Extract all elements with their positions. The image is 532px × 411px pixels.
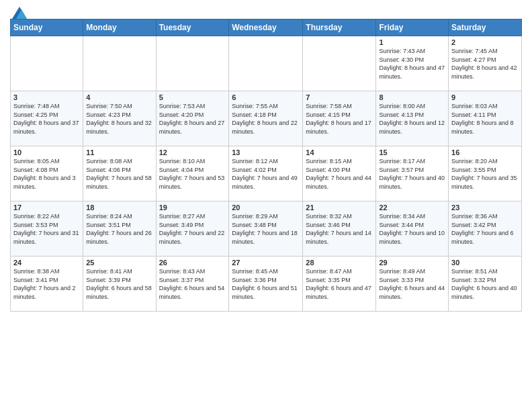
- calendar-cell: [229, 36, 303, 91]
- header: [10, 7, 522, 16]
- calendar-cell: 20Sunrise: 8:29 AMSunset: 3:48 PMDayligh…: [229, 201, 303, 257]
- weekday-header-row: SundayMondayTuesdayWednesdayThursdayFrid…: [11, 19, 522, 36]
- weekday-header-saturday: Saturday: [449, 19, 522, 36]
- calendar-week-4: 17Sunrise: 8:22 AMSunset: 3:53 PMDayligh…: [11, 201, 522, 257]
- day-info: Sunrise: 8:08 AMSunset: 4:06 PMDaylight:…: [86, 157, 152, 191]
- weekday-header-tuesday: Tuesday: [156, 19, 229, 36]
- day-info: Sunrise: 7:50 AMSunset: 4:23 PMDaylight:…: [86, 102, 152, 136]
- day-number: 2: [451, 38, 519, 46]
- day-info: Sunrise: 8:20 AMSunset: 3:55 PMDaylight:…: [451, 157, 519, 191]
- day-info: Sunrise: 8:36 AMSunset: 3:42 PMDaylight:…: [451, 212, 519, 246]
- day-number: 28: [306, 259, 373, 267]
- calendar-week-1: 1Sunrise: 7:43 AMSunset: 4:30 PMDaylight…: [11, 36, 522, 91]
- day-info: Sunrise: 8:34 AMSunset: 3:44 PMDaylight:…: [379, 212, 445, 246]
- calendar-cell: 15Sunrise: 8:17 AMSunset: 3:57 PMDayligh…: [376, 146, 449, 201]
- calendar-cell: [303, 36, 376, 91]
- day-number: 1: [379, 38, 445, 46]
- calendar-cell: 29Sunrise: 8:49 AMSunset: 3:33 PMDayligh…: [376, 257, 449, 312]
- day-info: Sunrise: 7:48 AMSunset: 4:25 PMDaylight:…: [13, 102, 80, 136]
- calendar-cell: 30Sunrise: 8:51 AMSunset: 3:32 PMDayligh…: [449, 257, 522, 312]
- day-number: 22: [379, 203, 445, 212]
- day-info: Sunrise: 8:24 AMSunset: 3:51 PMDaylight:…: [86, 212, 152, 246]
- calendar-cell: 25Sunrise: 8:41 AMSunset: 3:39 PMDayligh…: [83, 257, 156, 312]
- day-info: Sunrise: 8:49 AMSunset: 3:33 PMDaylight:…: [379, 267, 445, 301]
- day-number: 12: [159, 148, 226, 156]
- calendar-cell: 28Sunrise: 8:47 AMSunset: 3:35 PMDayligh…: [303, 257, 376, 312]
- calendar-cell: 11Sunrise: 8:08 AMSunset: 4:06 PMDayligh…: [83, 146, 156, 201]
- calendar-cell: 13Sunrise: 8:12 AMSunset: 4:02 PMDayligh…: [229, 146, 303, 201]
- day-info: Sunrise: 8:43 AMSunset: 3:37 PMDaylight:…: [159, 267, 226, 301]
- day-number: 4: [86, 93, 152, 101]
- calendar-cell: 27Sunrise: 8:45 AMSunset: 3:36 PMDayligh…: [229, 257, 303, 312]
- calendar-cell: 7Sunrise: 7:58 AMSunset: 4:15 PMDaylight…: [303, 91, 376, 146]
- day-info: Sunrise: 8:29 AMSunset: 3:48 PMDaylight:…: [232, 212, 300, 246]
- calendar-cell: 9Sunrise: 8:03 AMSunset: 4:11 PMDaylight…: [449, 91, 522, 146]
- calendar-week-2: 3Sunrise: 7:48 AMSunset: 4:25 PMDaylight…: [11, 91, 522, 146]
- weekday-header-wednesday: Wednesday: [229, 19, 303, 36]
- day-info: Sunrise: 8:51 AMSunset: 3:32 PMDaylight:…: [451, 267, 519, 301]
- calendar-cell: 8Sunrise: 8:00 AMSunset: 4:13 PMDaylight…: [376, 91, 449, 146]
- calendar-cell: 1Sunrise: 7:43 AMSunset: 4:30 PMDaylight…: [376, 36, 449, 91]
- calendar-cell: 18Sunrise: 8:24 AMSunset: 3:51 PMDayligh…: [83, 201, 156, 257]
- day-info: Sunrise: 7:43 AMSunset: 4:30 PMDaylight:…: [379, 47, 445, 81]
- day-number: 18: [86, 203, 152, 212]
- day-number: 30: [451, 259, 519, 267]
- calendar-cell: 12Sunrise: 8:10 AMSunset: 4:04 PMDayligh…: [156, 146, 229, 201]
- day-info: Sunrise: 7:58 AMSunset: 4:15 PMDaylight:…: [306, 102, 373, 136]
- day-number: 9: [451, 93, 519, 101]
- day-number: 14: [306, 148, 373, 156]
- calendar-cell: 22Sunrise: 8:34 AMSunset: 3:44 PMDayligh…: [376, 201, 449, 257]
- weekday-header-thursday: Thursday: [303, 19, 376, 36]
- day-info: Sunrise: 7:55 AMSunset: 4:18 PMDaylight:…: [232, 102, 300, 136]
- day-number: 7: [306, 93, 373, 101]
- logo-icon: [12, 7, 27, 19]
- calendar-cell: 19Sunrise: 8:27 AMSunset: 3:49 PMDayligh…: [156, 201, 229, 257]
- calendar-cell: 21Sunrise: 8:32 AMSunset: 3:46 PMDayligh…: [303, 201, 376, 257]
- day-info: Sunrise: 8:47 AMSunset: 3:35 PMDaylight:…: [306, 267, 373, 301]
- calendar-cell: 3Sunrise: 7:48 AMSunset: 4:25 PMDaylight…: [11, 91, 83, 146]
- calendar-cell: [83, 36, 156, 91]
- day-number: 17: [13, 203, 80, 212]
- calendar-cell: 23Sunrise: 8:36 AMSunset: 3:42 PMDayligh…: [449, 201, 522, 257]
- day-number: 25: [86, 259, 152, 267]
- day-info: Sunrise: 8:10 AMSunset: 4:04 PMDaylight:…: [159, 157, 226, 191]
- calendar-week-5: 24Sunrise: 8:38 AMSunset: 3:41 PMDayligh…: [11, 257, 522, 312]
- day-info: Sunrise: 8:41 AMSunset: 3:39 PMDaylight:…: [86, 267, 152, 301]
- day-number: 20: [232, 203, 300, 212]
- day-info: Sunrise: 8:03 AMSunset: 4:11 PMDaylight:…: [451, 102, 519, 136]
- day-number: 5: [159, 93, 226, 101]
- day-number: 21: [306, 203, 373, 212]
- day-number: 27: [232, 259, 300, 267]
- day-number: 29: [379, 259, 445, 267]
- day-info: Sunrise: 8:17 AMSunset: 3:57 PMDaylight:…: [379, 157, 445, 191]
- day-info: Sunrise: 8:12 AMSunset: 4:02 PMDaylight:…: [232, 157, 300, 191]
- day-info: Sunrise: 8:27 AMSunset: 3:49 PMDaylight:…: [159, 212, 226, 246]
- day-number: 11: [86, 148, 152, 156]
- day-number: 3: [13, 93, 80, 101]
- calendar-cell: 14Sunrise: 8:15 AMSunset: 4:00 PMDayligh…: [303, 146, 376, 201]
- day-info: Sunrise: 8:38 AMSunset: 3:41 PMDaylight:…: [13, 267, 80, 301]
- day-info: Sunrise: 8:15 AMSunset: 4:00 PMDaylight:…: [306, 157, 373, 191]
- day-info: Sunrise: 8:22 AMSunset: 3:53 PMDaylight:…: [13, 212, 80, 246]
- calendar-cell: 10Sunrise: 8:05 AMSunset: 4:08 PMDayligh…: [11, 146, 83, 201]
- calendar-cell: 2Sunrise: 7:45 AMSunset: 4:27 PMDaylight…: [449, 36, 522, 91]
- calendar-cell: 5Sunrise: 7:53 AMSunset: 4:20 PMDaylight…: [156, 91, 229, 146]
- calendar-week-3: 10Sunrise: 8:05 AMSunset: 4:08 PMDayligh…: [11, 146, 522, 201]
- calendar-cell: 6Sunrise: 7:55 AMSunset: 4:18 PMDaylight…: [229, 91, 303, 146]
- day-number: 6: [232, 93, 300, 101]
- day-number: 26: [159, 259, 226, 267]
- calendar-cell: 24Sunrise: 8:38 AMSunset: 3:41 PMDayligh…: [11, 257, 83, 312]
- day-number: 24: [13, 259, 80, 267]
- calendar-cell: 16Sunrise: 8:20 AMSunset: 3:55 PMDayligh…: [449, 146, 522, 201]
- day-info: Sunrise: 8:45 AMSunset: 3:36 PMDaylight:…: [232, 267, 300, 301]
- day-info: Sunrise: 8:00 AMSunset: 4:13 PMDaylight:…: [379, 102, 445, 136]
- day-number: 16: [451, 148, 519, 156]
- day-number: 10: [13, 148, 80, 156]
- day-number: 15: [379, 148, 445, 156]
- day-info: Sunrise: 8:32 AMSunset: 3:46 PMDaylight:…: [306, 212, 373, 246]
- weekday-header-sunday: Sunday: [11, 19, 83, 36]
- day-number: 8: [379, 93, 445, 101]
- weekday-header-friday: Friday: [376, 19, 449, 36]
- day-number: 23: [451, 203, 519, 212]
- calendar-cell: 4Sunrise: 7:50 AMSunset: 4:23 PMDaylight…: [83, 91, 156, 146]
